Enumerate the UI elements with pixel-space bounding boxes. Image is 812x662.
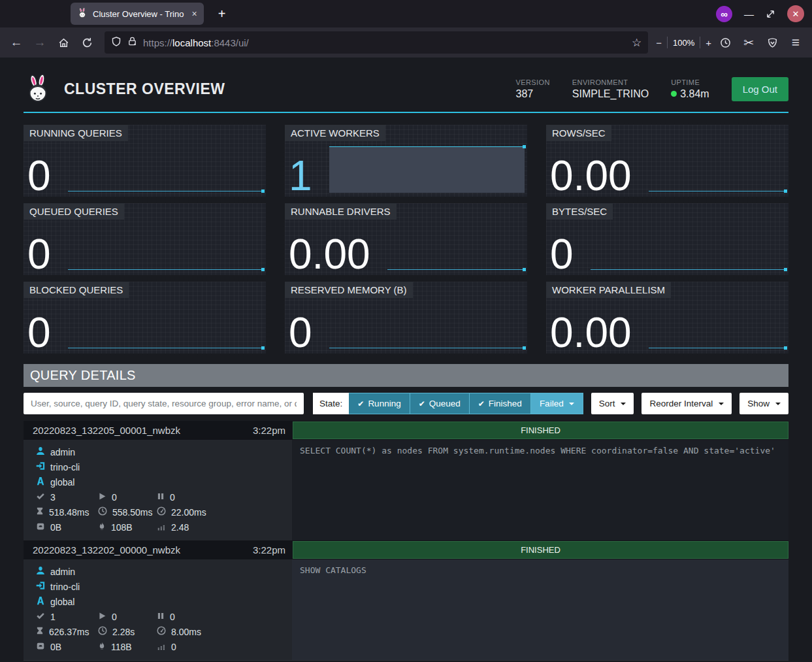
stat-value: 118B: [111, 642, 132, 652]
stat-tile-rows-sec: ROWS/SEC 0.00: [546, 125, 788, 197]
uptime-meta: UPTIME 3.84m: [671, 78, 709, 100]
query-stat-row: 626.37ms2.28s8.00ms: [36, 624, 292, 639]
query-stat-row: 518.48ms558.50ms22.00ms: [36, 505, 292, 520]
check-icon: ✔: [478, 399, 485, 408]
zoom-out-button[interactable]: −: [656, 37, 662, 48]
tile-label: ROWS/SEC: [546, 125, 611, 141]
state-filter-failed[interactable]: Failed: [531, 393, 583, 414]
trino-logo-icon: [24, 74, 52, 104]
state-filter-group: State: ✔Running✔Queued✔FinishedFailed: [313, 393, 583, 414]
gauge-icon: [157, 506, 166, 518]
query-timestamp: 3:22pm: [253, 544, 292, 555]
tile-label: RESERVED MEMORY (B): [285, 282, 413, 298]
new-tab-button[interactable]: +: [213, 5, 231, 23]
clock-icon: [98, 506, 107, 518]
environment-value: SIMPLE_TRINO: [572, 88, 649, 100]
query-id-link[interactable]: 20220823_132205_00001_nwbzk: [24, 425, 180, 436]
sign-in-icon: [36, 581, 45, 592]
window-restore-button[interactable]: [766, 9, 775, 19]
query-search-input[interactable]: [24, 393, 304, 414]
stat-cumulative-memory: 108B: [98, 521, 157, 533]
tile-label: BYTES/SEC: [546, 203, 613, 220]
query-stat-row: admin: [36, 564, 292, 579]
sign-in-icon: [36, 461, 45, 472]
stat-value: 2.28s: [112, 627, 135, 637]
signal-icon: [157, 642, 166, 652]
state-filter-running[interactable]: ✔Running: [349, 393, 410, 414]
query-state-badge: FINISHED: [293, 422, 788, 439]
extension-icon[interactable]: ∞: [716, 6, 732, 22]
state-filter-label: State:: [313, 393, 349, 414]
stat-value: global: [50, 477, 74, 488]
connection-lock-icon[interactable]: [127, 36, 137, 49]
tile-value: 0: [27, 234, 51, 275]
state-filter-finished[interactable]: ✔Finished: [470, 393, 531, 414]
query-stat-row: 100: [36, 609, 292, 624]
environment-meta: ENVIRONMENT SIMPLE_TRINO: [572, 78, 649, 100]
stat-wall-time: 626.37ms: [36, 626, 98, 637]
flame-icon: [98, 641, 106, 652]
tile-value: 0: [27, 156, 51, 197]
stat-value: trino-cli: [50, 582, 80, 592]
url-text[interactable]: https://localhost:8443/ui/: [143, 37, 626, 48]
stat-tile-active-workers: ACTIVE WORKERS 1: [285, 125, 527, 197]
logout-button[interactable]: Log Out: [732, 77, 788, 101]
tile-label: WORKER PARALLELISM: [546, 282, 671, 298]
query-stat-row: global: [36, 594, 292, 609]
tile-sparkline: [387, 203, 526, 275]
zoom-in-button[interactable]: +: [706, 37, 711, 48]
chevron-down-icon: [569, 403, 574, 405]
stat-tile-reserved-memory-b-: RESERVED MEMORY (B) 0: [285, 282, 527, 354]
state-filter-queued[interactable]: ✔Queued: [410, 393, 470, 414]
page-title: CLUSTER OVERVIEW: [64, 80, 225, 98]
stat-tiles: RUNNING QUERIES 0 ACTIVE WORKERS 1 ROWS/…: [24, 125, 788, 354]
trino-header: CLUSTER OVERVIEW VERSION 387 ENVIRONMENT…: [24, 66, 788, 113]
show-dropdown[interactable]: Show: [739, 393, 788, 414]
tracking-shield-icon[interactable]: [111, 36, 122, 50]
play-icon: [98, 492, 106, 503]
url-bar[interactable]: https://localhost:8443/ui/ ☆: [105, 31, 648, 54]
stat-value: global: [50, 597, 74, 607]
screenshot-button[interactable]: ✂: [739, 33, 758, 52]
clock-icon: [98, 626, 107, 637]
tile-value: 0.00: [550, 156, 632, 197]
menu-button[interactable]: ≡: [786, 33, 805, 52]
back-button[interactable]: ←: [7, 33, 26, 52]
history-clock-button[interactable]: [715, 33, 735, 52]
check-icon: ✔: [357, 399, 364, 408]
bookmark-star-icon[interactable]: ☆: [632, 36, 641, 50]
query-stat-row: trino-cli: [36, 459, 292, 474]
stat-value: 0: [170, 492, 175, 503]
window-minimize-button[interactable]: —: [744, 8, 754, 20]
stat-value: admin: [50, 447, 75, 457]
separator: [667, 37, 668, 48]
query-stat-row: 300: [36, 489, 292, 505]
sort-dropdown[interactable]: Sort: [591, 393, 634, 414]
query-stat-row: global: [36, 474, 292, 489]
browser-tab[interactable]: Cluster Overview - Trino ×: [71, 3, 204, 25]
query-row-header: 20220823_132202_00000_nwbzk 3:22pm FINIS…: [24, 540, 788, 559]
query-id-link[interactable]: 20220823_132202_00000_nwbzk: [24, 544, 180, 555]
privacy-shield-button[interactable]: [762, 33, 782, 52]
version-value: 387: [515, 88, 549, 100]
reload-button[interactable]: [77, 33, 97, 52]
stat-wall-time: 518.48ms: [36, 506, 98, 518]
stat-elapsed-time: 558.50ms: [98, 506, 157, 518]
stat-completed-splits: 1: [36, 611, 98, 622]
reorder-interval-dropdown[interactable]: Reorder Interval: [641, 393, 732, 414]
zoom-level[interactable]: 100%: [673, 38, 694, 48]
tab-close-icon[interactable]: ×: [191, 8, 197, 19]
user-icon: [36, 566, 45, 577]
window-close-button[interactable]: ✕: [787, 5, 804, 22]
query-id-cell: 20220823_132205_00001_nwbzk 3:22pm: [24, 421, 292, 440]
check-icon: [36, 491, 45, 503]
tile-value: 0: [550, 234, 574, 275]
tile-value: 0.00: [289, 234, 370, 275]
play-icon: [98, 612, 106, 622]
chevron-down-icon: [775, 403, 781, 405]
home-button[interactable]: [54, 33, 73, 52]
state-filter-label: Finished: [489, 399, 522, 408]
stat-value: 558.50ms: [112, 507, 152, 518]
query-row: 20220823_132202_00000_nwbzk 3:22pm FINIS…: [24, 540, 788, 661]
query-filter-row: State: ✔Running✔Queued✔FinishedFailed So…: [24, 393, 788, 414]
